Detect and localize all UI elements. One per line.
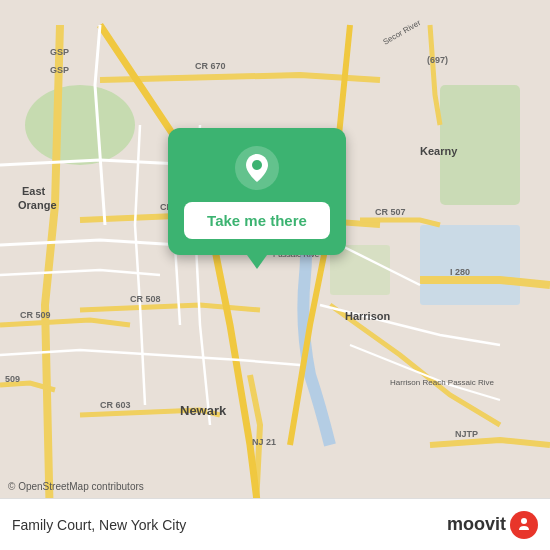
svg-text:GSP: GSP [50,65,69,75]
svg-text:Orange: Orange [18,199,57,211]
svg-text:CR 507: CR 507 [375,207,406,217]
svg-rect-4 [420,225,520,305]
moovit-logo: moovit [447,511,538,539]
svg-text:NJ 21: NJ 21 [252,437,276,447]
take-me-there-button[interactable]: Take me there [184,202,330,239]
map-attribution: © OpenStreetMap contributors [8,481,144,492]
location-name: Family Court, New York City [12,517,186,533]
svg-text:Newark: Newark [180,403,227,418]
svg-text:CR 509: CR 509 [20,310,51,320]
svg-point-27 [252,160,262,170]
svg-text:GSP: GSP [50,47,69,57]
svg-point-28 [521,518,527,524]
moovit-text: moovit [447,514,506,535]
svg-text:CR 508: CR 508 [130,294,161,304]
moovit-icon [510,511,538,539]
svg-text:CR 670: CR 670 [195,61,226,71]
svg-text:Harrison: Harrison [345,310,391,322]
popup-card: Take me there [168,128,346,255]
location-pin-icon [235,146,279,190]
svg-text:CR 603: CR 603 [100,400,131,410]
svg-point-1 [25,85,135,165]
svg-text:(697): (697) [427,55,448,65]
svg-text:East: East [22,185,46,197]
svg-text:Kearny: Kearny [420,145,458,157]
svg-text:I 280: I 280 [450,267,470,277]
map-container: GSP CR 670 CR 658 CR 508 CR 509 CR 507 I… [0,0,550,550]
svg-text:Harrison Reach Passaic Rive: Harrison Reach Passaic Rive [390,378,495,387]
svg-text:NJTP: NJTP [455,429,478,439]
bottom-bar: Family Court, New York City moovit [0,498,550,550]
svg-text:509: 509 [5,374,20,384]
